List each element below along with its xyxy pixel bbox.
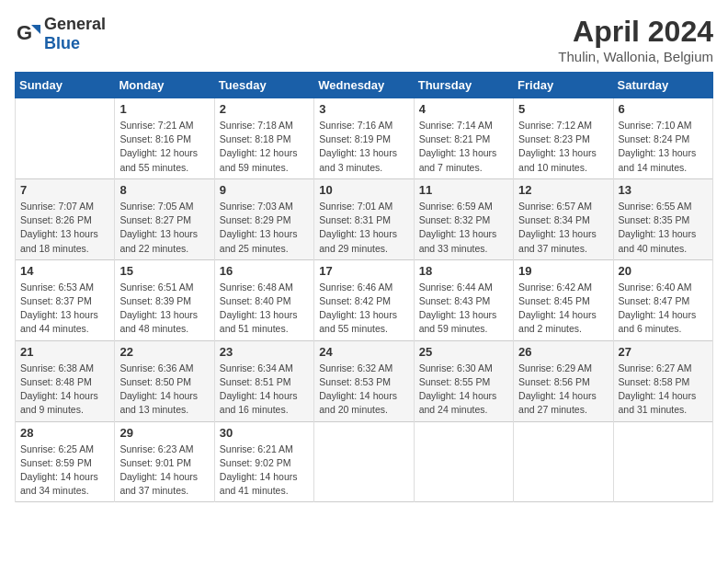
day-info: Sunrise: 6:27 AM Sunset: 8:58 PM Dayligh… [619, 362, 708, 418]
day-info: Sunrise: 7:12 AM Sunset: 8:23 PM Dayligh… [518, 119, 608, 175]
calendar-cell: 1Sunrise: 7:21 AM Sunset: 8:16 PM Daylig… [115, 98, 214, 179]
day-number: 3 [319, 102, 408, 116]
day-number: 20 [619, 264, 708, 278]
day-info: Sunrise: 6:55 AM Sunset: 8:35 PM Dayligh… [619, 200, 708, 256]
calendar-cell [314, 421, 414, 502]
svg-marker-1 [31, 25, 40, 34]
day-number: 1 [119, 102, 209, 116]
week-row-5: 28Sunrise: 6:25 AM Sunset: 8:59 PM Dayli… [16, 421, 713, 502]
calendar-cell: 19Sunrise: 6:42 AM Sunset: 8:45 PM Dayli… [514, 259, 613, 340]
day-info: Sunrise: 6:32 AM Sunset: 8:53 PM Dayligh… [319, 362, 408, 418]
day-number: 6 [619, 102, 708, 116]
day-info: Sunrise: 6:59 AM Sunset: 8:32 PM Dayligh… [419, 200, 508, 256]
calendar-cell: 18Sunrise: 6:44 AM Sunset: 8:43 PM Dayli… [414, 259, 513, 340]
day-number: 4 [419, 102, 508, 116]
header-row: SundayMondayTuesdayWednesdayThursdayFrid… [16, 73, 713, 98]
header-cell-thursday: Thursday [414, 73, 513, 98]
day-info: Sunrise: 6:25 AM Sunset: 8:59 PM Dayligh… [20, 442, 109, 499]
svg-text:G: G [17, 21, 32, 44]
calendar-cell: 26Sunrise: 6:29 AM Sunset: 8:56 PM Dayli… [514, 340, 613, 421]
day-number: 2 [220, 102, 309, 116]
logo: G General Blue [15, 15, 106, 53]
calendar-cell: 30Sunrise: 6:21 AM Sunset: 9:02 PM Dayli… [214, 421, 313, 502]
calendar-cell: 9Sunrise: 7:03 AM Sunset: 8:29 PM Daylig… [214, 178, 313, 259]
header-cell-saturday: Saturday [613, 73, 712, 98]
day-info: Sunrise: 7:10 AM Sunset: 8:24 PM Dayligh… [619, 119, 708, 175]
calendar-cell: 5Sunrise: 7:12 AM Sunset: 8:23 PM Daylig… [514, 98, 613, 179]
day-number: 23 [220, 345, 309, 359]
day-info: Sunrise: 7:05 AM Sunset: 8:27 PM Dayligh… [119, 200, 209, 256]
day-number: 26 [518, 345, 608, 359]
calendar-body: 1Sunrise: 7:21 AM Sunset: 8:16 PM Daylig… [16, 98, 713, 502]
calendar-cell: 10Sunrise: 7:01 AM Sunset: 8:31 PM Dayli… [314, 178, 414, 259]
calendar-cell: 15Sunrise: 6:51 AM Sunset: 8:39 PM Dayli… [115, 259, 214, 340]
day-number: 7 [20, 183, 109, 197]
day-info: Sunrise: 6:34 AM Sunset: 8:51 PM Dayligh… [220, 362, 309, 418]
day-number: 27 [619, 345, 708, 359]
day-info: Sunrise: 6:51 AM Sunset: 8:39 PM Dayligh… [119, 281, 209, 337]
day-number: 19 [518, 264, 608, 278]
day-number: 17 [319, 264, 408, 278]
day-number: 16 [220, 264, 309, 278]
main-title: April 2024 [558, 15, 713, 49]
day-info: Sunrise: 6:23 AM Sunset: 9:01 PM Dayligh… [119, 442, 209, 499]
day-info: Sunrise: 6:21 AM Sunset: 9:02 PM Dayligh… [220, 442, 309, 499]
day-info: Sunrise: 6:30 AM Sunset: 8:55 PM Dayligh… [419, 362, 508, 418]
day-info: Sunrise: 6:57 AM Sunset: 8:34 PM Dayligh… [518, 200, 608, 256]
day-info: Sunrise: 7:21 AM Sunset: 8:16 PM Dayligh… [119, 119, 209, 175]
calendar-cell [613, 421, 712, 502]
subtitle: Thulin, Wallonia, Belgium [558, 49, 713, 64]
day-info: Sunrise: 7:16 AM Sunset: 8:19 PM Dayligh… [319, 119, 408, 175]
day-info: Sunrise: 7:14 AM Sunset: 8:21 PM Dayligh… [419, 119, 508, 175]
page-header: G General Blue April 2024 Thulin, Wallon… [15, 15, 713, 64]
calendar-cell [16, 98, 115, 179]
header-cell-wednesday: Wednesday [314, 73, 414, 98]
header-cell-sunday: Sunday [16, 73, 115, 98]
calendar-cell: 2Sunrise: 7:18 AM Sunset: 8:18 PM Daylig… [214, 98, 313, 179]
day-info: Sunrise: 6:46 AM Sunset: 8:42 PM Dayligh… [319, 281, 408, 337]
calendar-cell: 6Sunrise: 7:10 AM Sunset: 8:24 PM Daylig… [613, 98, 712, 179]
calendar-cell: 8Sunrise: 7:05 AM Sunset: 8:27 PM Daylig… [115, 178, 214, 259]
calendar-cell: 13Sunrise: 6:55 AM Sunset: 8:35 PM Dayli… [613, 178, 712, 259]
day-info: Sunrise: 6:42 AM Sunset: 8:45 PM Dayligh… [518, 281, 608, 337]
calendar-cell [414, 421, 513, 502]
calendar-cell: 7Sunrise: 7:07 AM Sunset: 8:26 PM Daylig… [16, 178, 115, 259]
day-info: Sunrise: 6:36 AM Sunset: 8:50 PM Dayligh… [119, 362, 209, 418]
calendar-header: SundayMondayTuesdayWednesdayThursdayFrid… [16, 73, 713, 98]
day-number: 14 [20, 264, 109, 278]
day-info: Sunrise: 6:40 AM Sunset: 8:47 PM Dayligh… [619, 281, 708, 337]
day-number: 28 [20, 426, 109, 440]
calendar-cell: 28Sunrise: 6:25 AM Sunset: 8:59 PM Dayli… [16, 421, 115, 502]
day-info: Sunrise: 6:48 AM Sunset: 8:40 PM Dayligh… [220, 281, 309, 337]
day-number: 29 [119, 426, 209, 440]
calendar-cell [514, 421, 613, 502]
day-info: Sunrise: 6:38 AM Sunset: 8:48 PM Dayligh… [20, 362, 109, 418]
header-cell-monday: Monday [115, 73, 214, 98]
day-info: Sunrise: 7:18 AM Sunset: 8:18 PM Dayligh… [220, 119, 309, 175]
week-row-2: 7Sunrise: 7:07 AM Sunset: 8:26 PM Daylig… [16, 178, 713, 259]
day-number: 18 [419, 264, 508, 278]
day-number: 5 [518, 102, 608, 116]
calendar-cell: 17Sunrise: 6:46 AM Sunset: 8:42 PM Dayli… [314, 259, 414, 340]
header-cell-friday: Friday [514, 73, 613, 98]
day-number: 11 [419, 183, 508, 197]
calendar-cell: 23Sunrise: 6:34 AM Sunset: 8:51 PM Dayli… [214, 340, 313, 421]
calendar-cell: 4Sunrise: 7:14 AM Sunset: 8:21 PM Daylig… [414, 98, 513, 179]
day-number: 13 [619, 183, 708, 197]
day-number: 21 [20, 345, 109, 359]
calendar-table: SundayMondayTuesdayWednesdayThursdayFrid… [15, 72, 713, 502]
day-info: Sunrise: 7:07 AM Sunset: 8:26 PM Dayligh… [20, 200, 109, 256]
calendar-cell: 16Sunrise: 6:48 AM Sunset: 8:40 PM Dayli… [214, 259, 313, 340]
calendar-cell: 29Sunrise: 6:23 AM Sunset: 9:01 PM Dayli… [115, 421, 214, 502]
day-info: Sunrise: 6:53 AM Sunset: 8:37 PM Dayligh… [20, 281, 109, 337]
day-info: Sunrise: 7:01 AM Sunset: 8:31 PM Dayligh… [319, 200, 408, 256]
calendar-cell: 24Sunrise: 6:32 AM Sunset: 8:53 PM Dayli… [314, 340, 414, 421]
calendar-cell: 3Sunrise: 7:16 AM Sunset: 8:19 PM Daylig… [314, 98, 414, 179]
day-info: Sunrise: 7:03 AM Sunset: 8:29 PM Dayligh… [220, 200, 309, 256]
day-number: 30 [220, 426, 309, 440]
calendar-cell: 22Sunrise: 6:36 AM Sunset: 8:50 PM Dayli… [115, 340, 214, 421]
day-info: Sunrise: 6:29 AM Sunset: 8:56 PM Dayligh… [518, 362, 608, 418]
week-row-3: 14Sunrise: 6:53 AM Sunset: 8:37 PM Dayli… [16, 259, 713, 340]
calendar-cell: 11Sunrise: 6:59 AM Sunset: 8:32 PM Dayli… [414, 178, 513, 259]
day-number: 12 [518, 183, 608, 197]
